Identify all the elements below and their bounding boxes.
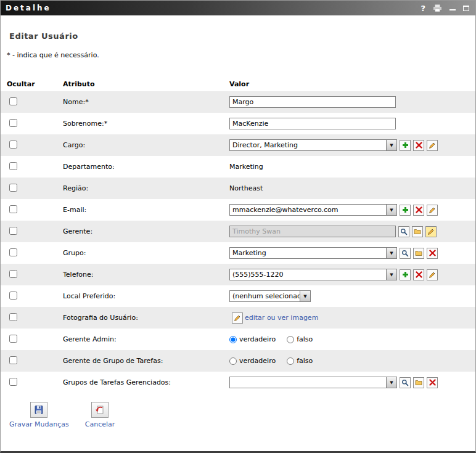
delete-icon[interactable] — [427, 377, 438, 388]
form-row-telefone: Telefone: (555)555-1220 ▼ — [1, 264, 475, 285]
chevron-down-icon[interactable]: ▼ — [386, 205, 396, 215]
header-valor: Valor — [229, 80, 475, 88]
cancel-label[interactable]: Cancelar — [85, 420, 115, 428]
edit-icon[interactable] — [427, 140, 438, 151]
form-row-nome: Nome:* — [1, 91, 475, 113]
radio-verdadeiro[interactable]: verdadeiro — [229, 335, 276, 343]
search-icon[interactable] — [400, 248, 411, 259]
hide-checkbox[interactable] — [9, 378, 17, 386]
search-icon[interactable] — [398, 226, 409, 237]
hide-checkbox[interactable] — [9, 141, 17, 149]
titlebar: Detalhe ? — [1, 1, 475, 15]
hide-checkbox[interactable] — [9, 97, 17, 105]
attribute-label: Gerente de Grupo de Tarefas: — [63, 357, 229, 365]
chevron-down-icon[interactable]: ▼ — [300, 291, 310, 301]
email-select[interactable]: mmackenzie@whateverco.com ▼ — [229, 204, 397, 216]
radio-input[interactable] — [287, 336, 294, 343]
hide-checkbox[interactable] — [9, 205, 17, 213]
edit-icon[interactable] — [427, 205, 438, 216]
hide-checkbox[interactable] — [9, 119, 17, 127]
attribute-label: Grupos de Tarefas Gerenciados: — [63, 378, 229, 386]
history-icon[interactable] — [413, 248, 424, 259]
titlebar-icons: ? — [421, 4, 469, 13]
minimize-icon[interactable] — [449, 5, 456, 11]
attribute-label: Nome:* — [63, 98, 229, 106]
hide-checkbox[interactable] — [9, 356, 17, 364]
regiao-value: Northeast — [229, 184, 263, 192]
local-preferido-select[interactable]: (nenhum selecionado) ▼ — [229, 290, 311, 302]
save-button[interactable] — [30, 402, 47, 418]
window-title: Detalhe — [6, 4, 51, 12]
history-icon[interactable] — [413, 377, 424, 388]
grupos-tarefas-select[interactable]: ▼ — [229, 377, 397, 388]
attribute-label: Gerente: — [63, 227, 229, 235]
radio-input[interactable] — [229, 357, 237, 365]
content: Editar Usuário * - indica que é necessár… — [1, 15, 475, 451]
attribute-label: E-mail: — [63, 206, 229, 214]
maximize-icon[interactable] — [463, 6, 469, 11]
sobrenome-input[interactable] — [229, 118, 396, 129]
form-row-regiao: Região: Northeast — [1, 178, 475, 199]
save-action: Gravar Mudanças — [9, 402, 69, 428]
save-label[interactable]: Gravar Mudanças — [9, 420, 69, 428]
header-ocultar: Ocultar — [1, 80, 63, 88]
edit-icon[interactable] — [427, 269, 438, 280]
hide-checkbox[interactable] — [9, 162, 17, 170]
edit-or-view-image-link[interactable]: editar ou ver imagem — [245, 314, 318, 322]
attribute-label: Grupo: — [63, 249, 229, 257]
form-row-gerente-grupo-tarefas: Gerente de Grupo de Tarefas: verdadeiro … — [1, 350, 475, 372]
hide-checkbox[interactable] — [9, 335, 17, 343]
delete-icon[interactable] — [413, 205, 424, 216]
save-disk-icon — [34, 405, 44, 415]
add-icon[interactable] — [400, 140, 411, 151]
add-icon[interactable] — [400, 269, 411, 280]
form-row-gerente: Gerente: — [1, 221, 475, 242]
actions-bar: Gravar Mudanças Cancelar — [9, 402, 475, 428]
telefone-select[interactable]: (555)555-1220 ▼ — [229, 269, 397, 280]
add-icon[interactable] — [400, 205, 411, 216]
hide-checkbox[interactable] — [9, 292, 17, 300]
attribute-label: Região: — [63, 184, 229, 192]
departamento-value: Marketing — [229, 163, 263, 171]
help-icon[interactable]: ? — [421, 4, 425, 13]
radio-input[interactable] — [287, 357, 294, 365]
radio-input[interactable] — [229, 336, 237, 343]
search-icon[interactable] — [400, 377, 411, 388]
attribute-label: Cargo: — [63, 141, 229, 149]
attribute-label: Sobrenome:* — [63, 120, 229, 128]
delete-icon[interactable] — [413, 269, 424, 280]
chevron-down-icon[interactable]: ▼ — [386, 248, 396, 258]
radio-falso[interactable]: falso — [287, 335, 313, 343]
header-atributo: Atributo — [63, 80, 229, 88]
cancel-action: Cancelar — [85, 402, 115, 428]
form-row-sobrenome: Sobrenome:* — [1, 113, 475, 134]
cancel-page-icon — [95, 405, 105, 415]
edit-icon[interactable] — [425, 226, 437, 237]
chevron-down-icon[interactable]: ▼ — [386, 269, 396, 280]
hide-checkbox[interactable] — [9, 270, 17, 278]
hide-checkbox[interactable] — [9, 248, 17, 256]
edit-icon[interactable] — [232, 312, 243, 324]
hide-checkbox[interactable] — [9, 184, 17, 192]
chevron-down-icon[interactable]: ▼ — [386, 140, 396, 150]
form-row-local-preferido: Local Preferido: (nenhum selecionado) ▼ — [1, 285, 475, 307]
chevron-down-icon[interactable]: ▼ — [386, 377, 396, 388]
grupo-select[interactable]: Marketing ▼ — [229, 247, 397, 259]
nome-input[interactable] — [229, 96, 396, 108]
print-icon[interactable] — [433, 4, 442, 12]
history-icon[interactable] — [412, 226, 423, 237]
attribute-label: Fotografia do Usuário: — [63, 314, 229, 322]
attribute-label: Telefone: — [63, 271, 229, 279]
delete-icon[interactable] — [413, 140, 424, 151]
radio-verdadeiro[interactable]: verdadeiro — [229, 357, 276, 365]
cargo-select[interactable]: Director, Marketing ▼ — [229, 139, 397, 151]
form-row-grupo: Grupo: Marketing ▼ — [1, 242, 475, 264]
delete-icon[interactable] — [427, 248, 438, 259]
cancel-button[interactable] — [91, 402, 109, 418]
radio-falso[interactable]: falso — [287, 357, 313, 365]
required-note: * - indica que é necessário. — [7, 51, 469, 59]
page-title: Editar Usuário — [9, 31, 467, 41]
hide-checkbox[interactable] — [9, 313, 17, 321]
detail-window: Detalhe ? Editar Usuário * - indica que … — [0, 0, 476, 453]
hide-checkbox[interactable] — [9, 227, 17, 235]
